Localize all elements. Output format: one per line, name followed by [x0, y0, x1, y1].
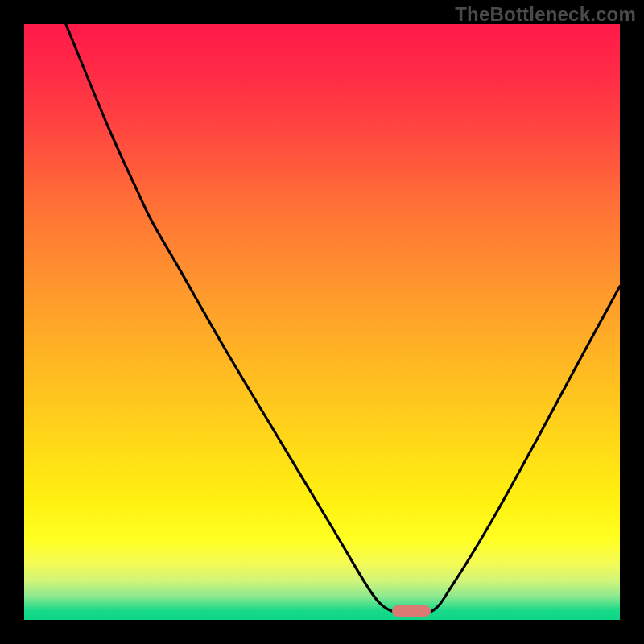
bottleneck-curve — [24, 24, 620, 620]
optimum-marker — [392, 605, 430, 617]
watermark-text: TheBottleneck.com — [455, 3, 636, 26]
chart-frame: TheBottleneck.com — [0, 0, 644, 644]
plot-area — [24, 24, 620, 620]
